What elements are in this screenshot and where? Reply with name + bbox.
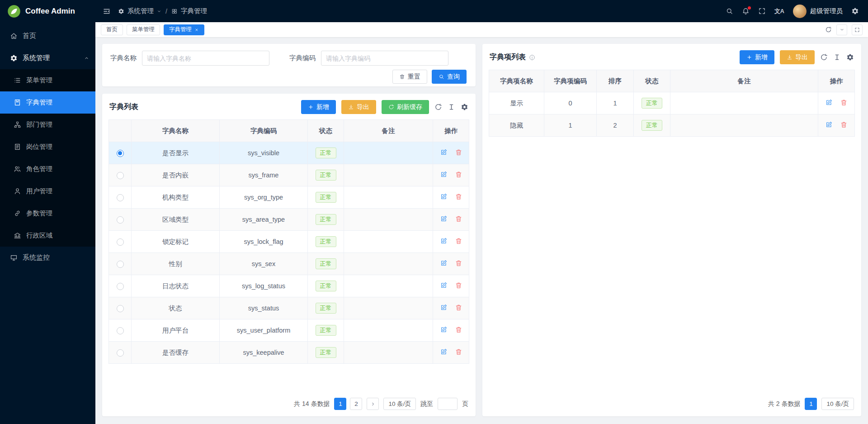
edit-icon[interactable] bbox=[440, 237, 448, 245]
edit-icon[interactable] bbox=[825, 99, 833, 106]
sidebar-item-dict-management[interactable]: 字典管理 bbox=[0, 91, 95, 114]
page-size-select[interactable]: 10 条/页 bbox=[821, 398, 854, 410]
export-item-button[interactable]: 导出 bbox=[780, 50, 815, 64]
row-radio[interactable] bbox=[117, 216, 124, 224]
settings-icon[interactable] bbox=[851, 7, 859, 15]
delete-icon[interactable] bbox=[455, 281, 462, 289]
breadcrumb-parent[interactable]: 系统管理 bbox=[127, 7, 154, 15]
query-button[interactable]: 查询 bbox=[432, 70, 467, 84]
edit-icon[interactable] bbox=[440, 281, 448, 289]
edit-icon[interactable] bbox=[440, 348, 448, 356]
sidebar-item-system-monitor[interactable]: 系统监控 bbox=[0, 247, 95, 269]
edit-icon[interactable] bbox=[440, 304, 448, 311]
tab-home[interactable]: 首页 bbox=[101, 24, 123, 35]
row-radio[interactable] bbox=[117, 305, 124, 312]
edit-icon[interactable] bbox=[440, 215, 448, 223]
maximize-content-button[interactable] bbox=[852, 24, 863, 35]
language-icon[interactable]: 文A bbox=[774, 7, 784, 15]
dict-table-row[interactable]: 用户平台sys_user_platform正常 bbox=[109, 319, 469, 342]
sidebar-item-system-management[interactable]: 系统管理 bbox=[0, 47, 95, 69]
dict-table-row[interactable]: 是否显示sys_visible正常 bbox=[109, 142, 469, 164]
delete-icon[interactable] bbox=[455, 326, 462, 333]
user-menu[interactable]: 超级管理员 bbox=[793, 5, 843, 18]
edit-icon[interactable] bbox=[440, 259, 448, 267]
page-size-select[interactable]: 10 条/页 bbox=[383, 398, 416, 410]
dict-table-row[interactable]: 状态sys_status正常 bbox=[109, 297, 469, 319]
dict-table-row[interactable]: 机构类型sys_org_type正常 bbox=[109, 186, 469, 209]
sidebar-item-post-management[interactable]: 岗位管理 bbox=[0, 136, 95, 158]
sidebar-item-home[interactable]: 首页 bbox=[0, 25, 95, 47]
tab-menu-management[interactable]: 菜单管理 bbox=[127, 24, 160, 35]
page-button-1[interactable]: 1 bbox=[805, 398, 817, 410]
sidebar-item-param-management[interactable]: 参数管理 bbox=[0, 202, 95, 224]
export-dict-button[interactable]: 导出 bbox=[341, 100, 376, 114]
table-settings-icon[interactable] bbox=[461, 103, 468, 111]
refresh-table-icon[interactable] bbox=[820, 53, 828, 61]
dict-table-row[interactable]: 区域类型sys_area_type正常 bbox=[109, 209, 469, 231]
refresh-cache-button[interactable]: 刷新缓存 bbox=[382, 100, 429, 114]
row-radio[interactable] bbox=[117, 150, 124, 157]
sidebar-item-dept-management[interactable]: 部门管理 bbox=[0, 114, 95, 136]
menu-fold-icon[interactable] bbox=[103, 7, 111, 15]
tabs-dropdown-button[interactable] bbox=[836, 24, 847, 35]
notifications-button[interactable] bbox=[742, 7, 750, 15]
item-table-row[interactable]: 显示01正常 bbox=[489, 92, 855, 114]
dict-table-row[interactable]: 锁定标记sys_lock_flag正常 bbox=[109, 231, 469, 253]
row-radio[interactable] bbox=[117, 194, 124, 201]
table-settings-icon[interactable] bbox=[846, 53, 854, 61]
reset-button[interactable]: 重置 bbox=[392, 70, 427, 84]
gear-icon bbox=[10, 54, 18, 62]
column-header: 字典项名称 bbox=[489, 70, 544, 92]
delete-icon[interactable] bbox=[455, 193, 462, 200]
delete-icon[interactable] bbox=[455, 215, 462, 223]
dict-table-row[interactable]: 是否缓存sys_keepalive正常 bbox=[109, 342, 469, 364]
delete-icon[interactable] bbox=[840, 99, 848, 106]
delete-icon[interactable] bbox=[455, 304, 462, 311]
next-page-button[interactable] bbox=[367, 398, 379, 410]
delete-icon[interactable] bbox=[455, 148, 462, 156]
refresh-page-icon[interactable] bbox=[825, 26, 832, 33]
users-icon bbox=[14, 165, 21, 173]
delete-icon[interactable] bbox=[455, 237, 462, 245]
delete-icon[interactable] bbox=[455, 171, 462, 178]
dict-table-row[interactable]: 是否内嵌sys_frame正常 bbox=[109, 164, 469, 186]
dict-code-input[interactable] bbox=[321, 51, 448, 66]
close-icon[interactable] bbox=[194, 28, 199, 32]
column-header: 状态 bbox=[634, 70, 670, 92]
fullscreen-icon[interactable] bbox=[758, 7, 766, 15]
edit-icon[interactable] bbox=[825, 121, 833, 129]
sidebar-item-menu-management[interactable]: 菜单管理 bbox=[0, 69, 95, 91]
sidebar-item-region-management[interactable]: 行政区域 bbox=[0, 224, 95, 247]
page-button-2[interactable]: 2 bbox=[350, 398, 362, 410]
sidebar-item-role-management[interactable]: 角色管理 bbox=[0, 158, 95, 180]
refresh-table-icon[interactable] bbox=[434, 103, 442, 111]
add-item-button[interactable]: 新增 bbox=[740, 50, 774, 64]
page-button-1[interactable]: 1 bbox=[334, 398, 346, 410]
dict-name-input[interactable] bbox=[142, 51, 269, 66]
jump-page-input[interactable] bbox=[438, 398, 458, 410]
row-radio[interactable] bbox=[117, 261, 124, 268]
edit-icon[interactable] bbox=[440, 148, 448, 156]
dict-table-row[interactable]: 日志状态sys_log_status正常 bbox=[109, 275, 469, 297]
row-radio[interactable] bbox=[117, 327, 124, 334]
tab-dict-management[interactable]: 字典管理 bbox=[164, 24, 204, 35]
row-radio[interactable] bbox=[117, 349, 124, 357]
row-radio[interactable] bbox=[117, 172, 124, 179]
column-settings-icon[interactable] bbox=[448, 103, 455, 111]
delete-icon[interactable] bbox=[840, 121, 848, 129]
dict-table-row[interactable]: 性别sys_sex正常 bbox=[109, 253, 469, 275]
edit-icon[interactable] bbox=[440, 326, 448, 333]
item-table-row[interactable]: 隐藏12正常 bbox=[489, 114, 855, 137]
breadcrumb-current[interactable]: 字典管理 bbox=[181, 7, 207, 15]
add-dict-button[interactable]: 新增 bbox=[301, 100, 336, 114]
search-icon[interactable] bbox=[726, 7, 733, 15]
sidebar-item-user-management[interactable]: 用户管理 bbox=[0, 180, 95, 202]
edit-icon[interactable] bbox=[440, 193, 448, 200]
row-radio[interactable] bbox=[117, 283, 124, 290]
row-radio[interactable] bbox=[117, 238, 124, 246]
column-header: 状态 bbox=[308, 120, 344, 142]
delete-icon[interactable] bbox=[455, 348, 462, 356]
delete-icon[interactable] bbox=[455, 259, 462, 267]
edit-icon[interactable] bbox=[440, 171, 448, 178]
column-settings-icon[interactable] bbox=[833, 53, 841, 61]
